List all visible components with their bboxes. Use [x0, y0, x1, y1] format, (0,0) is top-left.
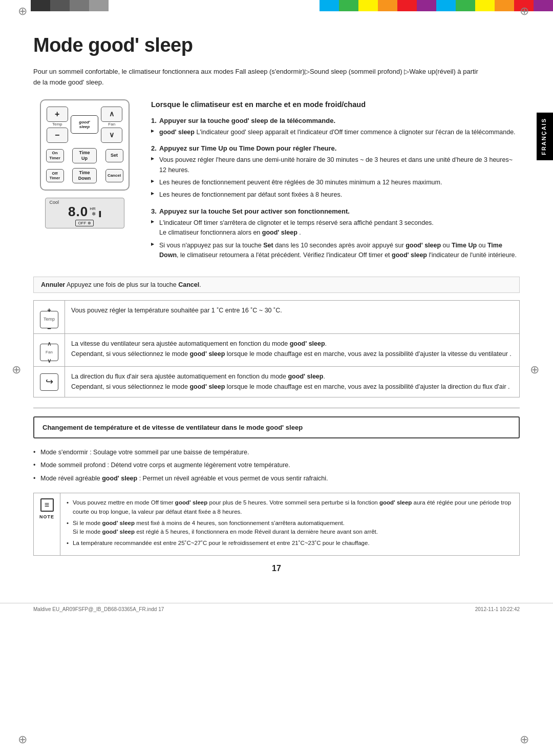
- step-2-bullet-2: Les heures de fonctionnement peuvent êtr…: [151, 178, 520, 187]
- step-2: 2. Appuyez sur Time Up ou Time Down pour…: [151, 144, 520, 200]
- screen-temp-value: 8.0: [68, 205, 88, 218]
- note-item-1: Vous pouvez mettre en mode Off timer goo…: [67, 498, 513, 517]
- note-box: ≡ NOTE Vous pouvez mettre en mode Off ti…: [33, 493, 520, 556]
- step-2-bullet-1: Vous pouvez régler l'heure dans une demi…: [151, 155, 520, 175]
- feature-row-swing: ↪ La direction du flux d'air sera ajusté…: [34, 367, 520, 397]
- section-divider: [33, 408, 520, 408]
- cancel-notice: Annuler Appuyez une fois de plus sur la …: [33, 277, 520, 293]
- reg-mark-tl: ⊕: [15, 4, 30, 18]
- screen-cool-label: Cool: [50, 200, 59, 205]
- intro-text: Pour un sommeil confortable, le climatis…: [33, 67, 484, 88]
- step-2-bullet-3: Les heures de fonctionnement par défaut …: [151, 190, 520, 200]
- simple-bullets-list: Mode s'endormir : Soulage votre sommeil …: [33, 448, 520, 484]
- screen-hr-label: HR: [90, 206, 101, 211]
- bullet-wake-up: Mode réveil agréable good' sleep : Perme…: [33, 474, 520, 484]
- note-label: NOTE: [39, 514, 54, 521]
- temp-icon: + Temp −: [40, 311, 58, 328]
- footer: Maldive EU_AR09FSFP@_IB_DB68-03365A_FR.i…: [0, 603, 553, 612]
- swing-icon-cell: ↪: [34, 367, 65, 397]
- swing-icon: ↪: [40, 373, 58, 391]
- screen-off-label: OFF ⊗: [75, 220, 93, 226]
- page-number: 17: [33, 564, 520, 573]
- footer-right: 2012-11-1 10:22:42: [475, 606, 520, 612]
- temp-description: Vous pouvez régler la température souhai…: [65, 301, 520, 334]
- lcd-display: Cool 8.0 HR ❄ ▐ OFF ⊗: [45, 198, 124, 228]
- feature-table: + Temp − Vous pouvez régler la températu…: [33, 300, 520, 397]
- reg-mark-ml: ⊕: [9, 363, 24, 377]
- footer-left: Maldive EU_AR09FSFP@_IB_DB68-03365A_FR.i…: [33, 606, 164, 612]
- feature-row-fan: ∧ Fan ∨ La vitesse du ventilateur sera a…: [34, 334, 520, 367]
- page-title: Mode good' sleep: [33, 34, 520, 56]
- fan-icon-cell: ∧ Fan ∨: [34, 334, 65, 367]
- reg-mark-mr: ⊕: [527, 363, 542, 377]
- step-1-bullet-1: good' sleep L'indicateur good' sleep app…: [151, 128, 520, 137]
- step-3-bullet-1: L'indicateur Off timer s'arrêtera de cli…: [151, 218, 520, 238]
- reg-mark-bl: ⊕: [15, 732, 30, 747]
- note-item-2: Si le mode good' sleep mest fixé à moins…: [67, 519, 513, 537]
- feature-row-temp: + Temp − Vous pouvez régler la températu…: [34, 301, 520, 334]
- step-3: 3. Appuyez sur la touche Set pour active…: [151, 207, 520, 261]
- screen-icons: ❄ ▐: [92, 211, 101, 217]
- step-2-title: 2. Appuyez sur Time Up ou Time Down pour…: [151, 144, 520, 152]
- remote-illustration: + Temp − good'sleep ∧ Fan ∨: [33, 99, 136, 268]
- note-item-3: La température recommandée est entre 25˚…: [67, 539, 513, 548]
- fan-description: La vitesse du ventilateur sera ajustée a…: [65, 334, 520, 367]
- fan-icon: ∧ Fan ∨: [40, 344, 58, 361]
- swing-description: La direction du flux d'air sera ajustée …: [65, 367, 520, 397]
- bullet-fall-asleep: Mode s'endormir : Soulage votre sommeil …: [33, 448, 520, 457]
- step-1: 1. Appuyer sur la touche good' sleep de …: [151, 117, 520, 137]
- reg-mark-tr: ⊕: [517, 4, 531, 18]
- temp-icon-cell: + Temp −: [34, 301, 65, 334]
- note-content: Vous pouvez mettre en mode Off timer goo…: [60, 493, 519, 555]
- step-3-bullet-2: Si vous n'appuyez pas sur la touche Set …: [151, 241, 520, 261]
- bullet-deep-sleep: Mode sommeil profond : Détend votre corp…: [33, 460, 520, 470]
- note-icon-col: ≡ NOTE: [34, 493, 60, 555]
- step-1-title: 1. Appuyer sur la touche good' sleep de …: [151, 117, 520, 124]
- side-tab-language: FRANÇAIS: [537, 113, 553, 160]
- bottom-highlight-box: Changement de température et de vitesse …: [33, 416, 520, 438]
- section-heading: Lorsque le climatiseur est en marche et …: [151, 99, 520, 110]
- note-icon: ≡: [40, 498, 54, 512]
- step-3-title: 3. Appuyez sur la touche Set pour active…: [151, 207, 520, 215]
- reg-mark-br: ⊕: [517, 732, 531, 747]
